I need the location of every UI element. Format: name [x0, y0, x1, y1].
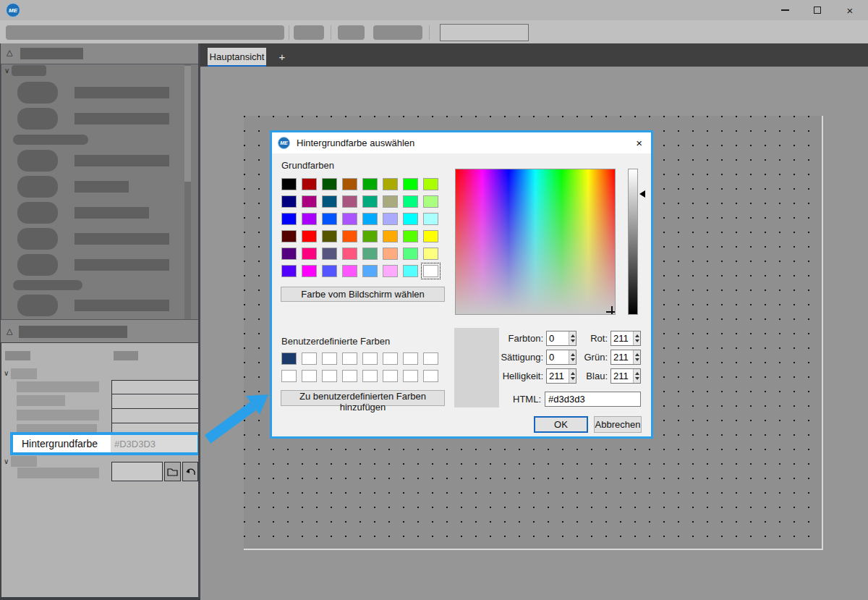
basic-color-swatch[interactable] [423, 195, 438, 208]
basic-color-swatch[interactable] [302, 265, 317, 277]
tab-hauptansicht[interactable]: Hauptansicht [208, 48, 266, 67]
saturation-input[interactable] [547, 350, 569, 364]
basic-color-swatch[interactable] [322, 178, 337, 190]
basic-color-swatch[interactable] [302, 213, 317, 225]
path-input-field[interactable] [111, 462, 163, 481]
ok-button[interactable]: OK [534, 416, 588, 433]
browse-button[interactable] [164, 462, 181, 481]
basic-color-swatch[interactable] [423, 265, 438, 277]
basic-color-swatch[interactable] [281, 230, 297, 242]
basic-color-swatch[interactable] [383, 213, 398, 225]
custom-color-swatch[interactable] [383, 352, 398, 365]
basic-color-swatch[interactable] [322, 213, 337, 225]
basic-color-swatch[interactable] [362, 230, 378, 242]
basic-color-swatch[interactable] [362, 248, 378, 260]
basic-color-swatch[interactable] [403, 178, 418, 190]
html-color-input[interactable] [545, 392, 641, 407]
custom-color-swatch[interactable] [281, 352, 297, 365]
basic-color-swatch[interactable] [281, 265, 297, 277]
tree-chevron-icon[interactable]: ∨ [4, 458, 9, 465]
tree-chevron-icon[interactable]: ∨ [4, 67, 9, 75]
basic-color-swatch[interactable] [342, 213, 357, 225]
blue-spinbox[interactable] [610, 368, 641, 384]
custom-color-swatch[interactable] [403, 370, 418, 382]
spin-buttons[interactable] [633, 369, 640, 383]
hue-saturation-picker[interactable] [455, 169, 616, 315]
basic-color-swatch[interactable] [342, 265, 357, 277]
maximize-button[interactable] [801, 0, 833, 20]
custom-color-swatch[interactable] [281, 370, 297, 382]
basic-color-swatch[interactable] [383, 195, 398, 208]
toolbar-search-box[interactable] [440, 24, 529, 41]
custom-color-swatch[interactable] [342, 370, 357, 382]
scrollbar[interactable] [184, 64, 191, 319]
basic-color-swatch[interactable] [302, 178, 317, 190]
basic-color-swatch[interactable] [302, 248, 317, 260]
red-input[interactable] [611, 331, 633, 345]
custom-color-swatch[interactable] [403, 352, 418, 365]
add-tab-button[interactable]: + [273, 48, 292, 65]
custom-color-swatch[interactable] [322, 370, 337, 382]
custom-color-swatch[interactable] [362, 352, 378, 365]
cancel-button[interactable]: Abbrechen [594, 416, 642, 433]
add-custom-color-button[interactable]: Zu benutzerdefinierten Farben hinzufügen [281, 390, 445, 406]
hue-spinbox[interactable] [546, 331, 576, 346]
basic-color-swatch[interactable] [423, 213, 438, 225]
basic-color-swatch[interactable] [383, 230, 398, 242]
basic-color-swatch[interactable] [362, 265, 378, 277]
red-spinbox[interactable] [610, 331, 641, 346]
basic-color-swatch[interactable] [403, 248, 418, 260]
collapse-triangle-icon[interactable]: △ [7, 48, 12, 56]
dialog-close-icon[interactable]: × [636, 137, 642, 149]
property-value-field[interactable] [111, 380, 200, 394]
hue-input[interactable] [547, 331, 569, 345]
basic-color-swatch[interactable] [302, 230, 317, 242]
basic-color-swatch[interactable] [342, 178, 357, 190]
basic-color-swatch[interactable] [281, 213, 297, 225]
custom-color-swatch[interactable] [302, 352, 317, 365]
tree-chevron-icon[interactable]: ∨ [4, 370, 9, 377]
basic-color-swatch[interactable] [342, 230, 357, 242]
pick-screen-color-button[interactable]: Farbe vom Bildschirm wählen [281, 287, 445, 302]
basic-color-swatch[interactable] [302, 195, 317, 208]
dialog-title-bar[interactable]: ME Hintergrundfarbe auswählen × [272, 132, 651, 153]
green-input[interactable] [611, 350, 633, 364]
custom-color-swatch[interactable] [322, 352, 337, 365]
luminance-slider-arrow-icon[interactable] [639, 190, 645, 198]
reset-button[interactable] [182, 462, 198, 481]
basic-color-swatch[interactable] [423, 248, 438, 260]
spin-buttons[interactable] [569, 369, 576, 383]
green-spinbox[interactable] [610, 350, 641, 365]
property-value[interactable]: #D3D3D3 [111, 435, 197, 452]
basic-color-swatch[interactable] [403, 265, 418, 277]
custom-color-swatch[interactable] [302, 370, 317, 382]
basic-color-swatch[interactable] [423, 178, 438, 190]
basic-color-swatch[interactable] [383, 248, 398, 260]
luminance-slider[interactable] [628, 169, 638, 315]
custom-color-swatch[interactable] [383, 370, 398, 382]
basic-color-swatch[interactable] [362, 213, 378, 225]
spin-buttons[interactable] [569, 331, 576, 345]
basic-color-swatch[interactable] [342, 195, 357, 208]
basic-color-swatch[interactable] [322, 230, 337, 242]
highlighted-property-row[interactable]: Hintergrundfarbe #D3D3D3 [10, 432, 200, 455]
basic-color-swatch[interactable] [383, 178, 398, 190]
basic-color-swatch[interactable] [281, 195, 297, 208]
close-button[interactable]: × [834, 0, 866, 20]
custom-color-swatch[interactable] [342, 352, 357, 365]
minimize-button[interactable] [769, 0, 801, 20]
value-input[interactable] [547, 369, 569, 383]
basic-color-swatch[interactable] [281, 248, 297, 260]
basic-color-swatch[interactable] [362, 195, 378, 208]
spin-buttons[interactable] [633, 350, 640, 364]
saturation-spinbox[interactable] [546, 350, 576, 365]
basic-color-swatch[interactable] [322, 265, 337, 277]
spin-buttons[interactable] [633, 331, 640, 345]
custom-color-swatch[interactable] [423, 352, 438, 365]
basic-color-swatch[interactable] [362, 178, 378, 190]
basic-color-swatch[interactable] [342, 248, 357, 260]
basic-color-swatch[interactable] [383, 265, 398, 277]
basic-color-swatch[interactable] [322, 248, 337, 260]
property-value-field[interactable] [111, 394, 200, 409]
basic-color-swatch[interactable] [403, 213, 418, 225]
